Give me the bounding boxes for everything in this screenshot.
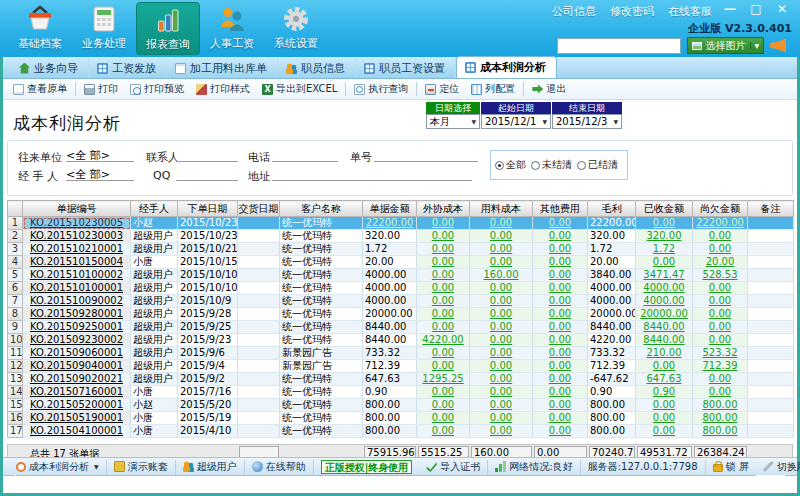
status-demo-account[interactable]: 演示账套 <box>107 460 176 474</box>
column-header[interactable]: 客户名称 <box>280 201 363 217</box>
select-image-button[interactable]: 选择图片 ▼ <box>687 37 764 54</box>
amount-link-cell[interactable]: 22200.00 <box>363 217 417 230</box>
partner-field[interactable]: <全 部> <box>66 148 134 162</box>
amount-link-cell[interactable]: 0.00 <box>417 295 470 308</box>
status-current-user[interactable]: 超级用户 <box>176 460 245 474</box>
order-id-cell[interactable]: KO.201510090002 <box>23 295 131 308</box>
print-style-button[interactable]: 打印样式 <box>190 80 256 98</box>
amount-link-cell[interactable]: 160.00 <box>470 269 533 282</box>
amount-link-cell[interactable]: 0.00 <box>470 321 533 334</box>
tab-staff-info[interactable]: 职员信息 <box>278 58 356 78</box>
amount-link-cell[interactable]: 0.00 <box>417 347 470 360</box>
nav-item-reports[interactable]: 报表查询 <box>136 2 200 55</box>
amount-link-cell[interactable]: 0.00 <box>533 373 588 386</box>
order-id-cell[interactable]: KO.201505200001 <box>23 399 131 412</box>
amount-link-cell[interactable]: 0.00 <box>470 217 533 230</box>
amount-link-cell[interactable]: 0.00 <box>470 360 533 373</box>
amount-link-cell[interactable]: 0.00 <box>470 308 533 321</box>
minimize-button[interactable]: — <box>722 2 738 16</box>
amount-link-cell[interactable]: 0.00 <box>693 386 748 399</box>
handler-field[interactable]: <全 部> <box>66 167 134 181</box>
amount-link-cell[interactable]: 8440.00 <box>636 334 693 347</box>
column-header[interactable]: 用料成本 <box>470 201 533 217</box>
amount-link-cell[interactable]: 0.00 <box>636 399 693 412</box>
amount-link-cell[interactable]: 800.00 <box>693 412 748 425</box>
amount-link-cell[interactable]: 0.00 <box>693 321 748 334</box>
column-header[interactable]: 已收金额 <box>636 201 693 217</box>
status-switch-user[interactable]: 切换用户 <box>756 460 800 474</box>
print-preview-button[interactable]: 打印预览 <box>124 80 190 98</box>
nav-item-hr-payroll[interactable]: 人事工资 <box>200 2 264 55</box>
table-row[interactable]: 8KO.201509280001超级用户2015/9/28统一优玛特20000.… <box>8 308 794 321</box>
amount-link-cell[interactable]: 0.00 <box>417 308 470 321</box>
amount-link-cell[interactable]: 320.00 <box>636 230 693 243</box>
amount-link-cell[interactable]: 0.00 <box>636 412 693 425</box>
amount-link-cell[interactable]: 0.00 <box>693 308 748 321</box>
amount-link-cell[interactable]: 1.72 <box>636 243 693 256</box>
order-id-cell[interactable]: KO.201509230002 <box>23 334 131 347</box>
amount-link-cell[interactable]: 0.90 <box>636 386 693 399</box>
amount-link-cell[interactable]: 0.00 <box>417 425 470 438</box>
date-select-dropdown[interactable]: 本月▼ <box>426 114 480 129</box>
table-row[interactable]: 12KO.201509040001超级用户2015/9/4新景园广告712.39… <box>8 360 794 373</box>
export-excel-button[interactable]: X导出到EXCEL <box>256 80 343 98</box>
column-header[interactable]: 备注 <box>748 201 794 217</box>
column-header[interactable]: 经手人 <box>131 201 178 217</box>
table-row[interactable]: 16KO.201505190001小唐2015/5/19统一优玛特800.000… <box>8 412 794 425</box>
order-id-cell[interactable]: KO.201509250001 <box>23 321 131 334</box>
order-id-cell[interactable]: KO.201504100001 <box>23 425 131 438</box>
amount-link-cell[interactable]: 0.00 <box>533 295 588 308</box>
amount-link-cell[interactable]: 0.00 <box>417 321 470 334</box>
amount-link-cell[interactable]: 0.00 <box>533 412 588 425</box>
amount-link-cell[interactable]: 0.00 <box>636 425 693 438</box>
amount-link-cell[interactable]: 0.00 <box>533 269 588 282</box>
amount-link-cell[interactable]: 3471.47 <box>636 269 693 282</box>
exit-button[interactable]: 退出 <box>526 80 572 98</box>
status-lock-screen[interactable]: 锁 屏 <box>706 460 756 474</box>
tab-business-wizard[interactable]: 业务向导 <box>11 58 89 78</box>
locate-button[interactable]: 定位 <box>419 80 465 98</box>
order-id-cell[interactable]: KO.201510100002 <box>23 269 131 282</box>
amount-link-cell[interactable]: 0.00 <box>636 360 693 373</box>
column-header[interactable]: 单据金额 <box>363 201 417 217</box>
amount-link-cell[interactable]: 0.00 <box>417 412 470 425</box>
table-row[interactable]: 1KO.201510230005小赵2015/10/23统一优玛特22200.0… <box>8 217 794 230</box>
amount-link-cell[interactable]: 0.00 <box>533 217 588 230</box>
nav-item-settings[interactable]: 系统设置 <box>264 2 328 55</box>
nav-item-business[interactable]: 业务处理 <box>72 2 136 55</box>
radio-all[interactable]: 全部 <box>495 158 526 172</box>
amount-link-cell[interactable]: 0.00 <box>470 399 533 412</box>
status-online-help[interactable]: 在线帮助 <box>245 460 314 474</box>
amount-link-cell[interactable]: 0.00 <box>533 230 588 243</box>
print-button[interactable]: 打印 <box>78 80 124 98</box>
amount-link-cell[interactable]: 0.00 <box>470 243 533 256</box>
order-id-cell[interactable]: KO.201510230003 <box>23 230 131 243</box>
amount-link-cell[interactable]: 0.00 <box>533 347 588 360</box>
amount-link-cell[interactable]: 0.00 <box>636 256 693 269</box>
amount-link-cell[interactable]: 0.00 <box>417 217 470 230</box>
column-header[interactable]: 下单日期 <box>178 201 238 217</box>
amount-link-cell[interactable]: 0.00 <box>470 373 533 386</box>
order-id-cell[interactable]: KO.201510210001 <box>23 243 131 256</box>
order-id-cell[interactable]: KO.201510100001 <box>23 282 131 295</box>
amount-link-cell[interactable]: 0.00 <box>470 295 533 308</box>
table-row[interactable]: 2KO.201510230003超级用户2015/10/23统一优玛特320.0… <box>8 230 794 243</box>
amount-link-cell[interactable]: 0.00 <box>470 425 533 438</box>
address-field[interactable] <box>272 167 472 181</box>
change-password-link[interactable]: 修改密码 <box>610 4 654 19</box>
amount-link-cell[interactable]: 4000.00 <box>636 295 693 308</box>
maximize-button[interactable]: □ <box>748 2 764 16</box>
company-info-link[interactable]: 公司信息 <box>552 4 596 19</box>
column-header[interactable]: 尚欠金额 <box>693 201 748 217</box>
tab-cost-profit-analysis[interactable]: 成本利润分析 <box>456 56 557 78</box>
amount-link-cell[interactable]: 0.00 <box>417 256 470 269</box>
order-no-field[interactable] <box>374 148 478 162</box>
amount-link-cell[interactable]: 0.00 <box>417 360 470 373</box>
online-service-link[interactable]: 在线客服 <box>668 4 712 19</box>
amount-link-cell[interactable]: 4220.00 <box>417 334 470 347</box>
amount-link-cell[interactable]: 1295.25 <box>417 373 470 386</box>
order-id-cell[interactable]: KO.201510150004 <box>23 256 131 269</box>
amount-link-cell[interactable]: 0.00 <box>470 230 533 243</box>
order-id-cell[interactable]: KO.201509040001 <box>23 360 131 373</box>
chevron-down-icon[interactable]: ▼ <box>750 42 759 49</box>
